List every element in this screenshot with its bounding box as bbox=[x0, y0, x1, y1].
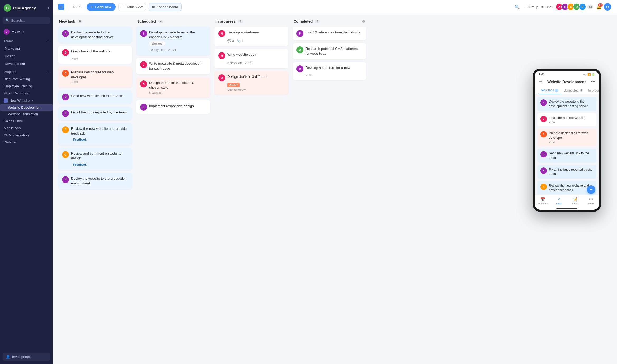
mobile-card-title: Send new website link to the team bbox=[549, 151, 593, 160]
sidebar-logo[interactable]: G GIM Agency ▾ bbox=[0, 0, 53, 16]
logo-icon: G bbox=[4, 4, 11, 12]
tasks-icon[interactable] bbox=[58, 4, 64, 10]
mobile-card-5[interactable]: E Fix all the bugs reported by the team bbox=[537, 165, 596, 179]
card-progress: ✓ 4/4 bbox=[296, 73, 362, 77]
mobile-card-3[interactable]: C Prepare design files for web developer… bbox=[537, 128, 596, 146]
card-review-feedback[interactable]: F Review the new website and provide fee… bbox=[58, 123, 132, 145]
avatar-5: E bbox=[579, 3, 586, 11]
card-responsive[interactable]: L Implement responsive design bbox=[136, 100, 210, 114]
sidebar-item-mobile-app[interactable]: Mobile App bbox=[0, 124, 53, 132]
sidebar-item-blog-post[interactable]: Blog Post Writing bbox=[0, 75, 53, 83]
card-research-cms[interactable]: Q Research potential CMS platforms for w… bbox=[293, 43, 366, 59]
sidebar-item-sales-funnel[interactable]: Sales Funnel bbox=[0, 117, 53, 124]
card-meta-desc[interactable]: J Write meta title & meta description fo… bbox=[136, 58, 210, 74]
battery-icon: 🔋 bbox=[592, 73, 595, 76]
mobile-status-icons: ▪▪▪ 📶 🔋 bbox=[583, 73, 595, 76]
filter-button[interactable]: ≡ Filter bbox=[541, 5, 552, 9]
due-date: Due tomorrow bbox=[218, 88, 284, 91]
card-find-references[interactable]: P Find 10 references from the industry bbox=[293, 27, 366, 40]
card-review-comment[interactable]: G Review and comment on website design F… bbox=[58, 148, 132, 170]
mobile-nav-tasks[interactable]: ✓ Tasks bbox=[551, 197, 567, 205]
mobile-nav-notes[interactable]: 📝 Notes bbox=[567, 197, 583, 205]
invite-icon: 👤 bbox=[6, 355, 10, 359]
mobile-card-2[interactable]: B Final check of the website ✓ 0/7 bbox=[537, 113, 596, 127]
sidebar-item-new-website[interactable]: New Website ▾ bbox=[0, 97, 53, 104]
mobile-more-icon[interactable]: ••• bbox=[591, 79, 595, 84]
card-develop-structure[interactable]: R Develop a structure for a new ✓ 4/4 bbox=[293, 62, 366, 80]
card-send-link[interactable]: D Send new website link to the team bbox=[58, 90, 132, 104]
mobile-menu-icon[interactable]: ☰ bbox=[538, 79, 542, 84]
more-icon: ••• bbox=[589, 197, 593, 202]
sidebar-item-website-translation[interactable]: Website Translation bbox=[0, 111, 53, 117]
teams-add-icon[interactable]: + bbox=[47, 39, 49, 44]
card-develop-cms[interactable]: I Develop the website using the chosen C… bbox=[136, 27, 210, 55]
sidebar-item-design[interactable]: Design bbox=[1, 52, 52, 60]
card-website-copy[interactable]: N Write website copy 3 days left ✓ 1/3 bbox=[214, 49, 288, 68]
sidebar-item-video-recording[interactable]: Video Recording bbox=[0, 90, 53, 97]
mobile-nav-more[interactable]: ••• More bbox=[583, 197, 599, 205]
mobile-fab-button[interactable]: + bbox=[587, 185, 595, 194]
mobile-card-1[interactable]: A Deploy the website to the development … bbox=[537, 97, 596, 111]
mobile-card-4[interactable]: D Send new website link to the team bbox=[537, 149, 596, 163]
mobile-cards-list: A Deploy the website to the development … bbox=[535, 94, 599, 194]
sidebar-item-webinar[interactable]: Webinar bbox=[0, 139, 53, 146]
mobile-preview: 9:41 ▪▪▪ 📶 🔋 ☰ Website Development ••• N… bbox=[533, 69, 601, 212]
mobile-tab-new-task[interactable]: New task 8 bbox=[538, 87, 561, 94]
group-button[interactable]: ⊞ Group bbox=[525, 5, 538, 9]
add-new-button[interactable]: + + Add new bbox=[87, 3, 116, 11]
projects-add-icon[interactable]: + bbox=[47, 70, 49, 74]
search-button[interactable]: 🔍 bbox=[513, 3, 521, 11]
card-deploy-dev[interactable]: A Deploy the website to the development … bbox=[58, 27, 132, 43]
sidebar-item-development[interactable]: Development bbox=[1, 60, 52, 68]
my-work-avatar: U bbox=[4, 29, 10, 35]
teams-section-header: Teams + bbox=[0, 37, 53, 45]
card-header: B Final check of the website bbox=[62, 49, 128, 56]
search-input[interactable]: 🔍 Search... bbox=[3, 17, 50, 24]
card-prepare-design[interactable]: C Prepare design files for web developer… bbox=[58, 66, 132, 87]
card-title: Deploy the website to the development ho… bbox=[71, 30, 128, 40]
notification-button[interactable]: 🔔 27 bbox=[596, 4, 602, 9]
card-deploy-prod[interactable]: H Deploy the website to the production e… bbox=[58, 173, 132, 189]
feedback-tag: Feedback bbox=[71, 137, 89, 142]
kanban-board-label: Kanban board bbox=[157, 5, 178, 9]
sidebar-item-crm[interactable]: CRM Integration bbox=[0, 132, 53, 139]
user-avatar[interactable]: U bbox=[603, 3, 612, 11]
card-avatar: K bbox=[140, 80, 147, 87]
card-design-website[interactable]: K Design the entire website in a chosen … bbox=[136, 77, 210, 98]
card-header: C Prepare design files for web developer bbox=[62, 70, 128, 79]
sidebar-item-my-work[interactable]: U My work bbox=[0, 27, 53, 37]
card-header: A Deploy the website to the development … bbox=[62, 30, 128, 40]
card-avatar: B bbox=[62, 49, 69, 56]
sidebar: G GIM Agency ▾ 🔍 Search... U My work Tea… bbox=[0, 0, 53, 364]
add-new-label: + Add new bbox=[94, 5, 111, 9]
progress: ✓ 0/4 bbox=[168, 48, 176, 52]
sidebar-item-marketing[interactable]: Marketing bbox=[1, 45, 52, 52]
tab-count: 8 bbox=[555, 89, 558, 92]
group-label: Group bbox=[529, 5, 538, 9]
mobile-tab-scheduled[interactable]: Scheduled 4 bbox=[561, 87, 586, 94]
card-final-check[interactable]: B Final check of the website ✓ 0/7 bbox=[58, 46, 132, 64]
sidebar-item-employee-training[interactable]: Employee Training bbox=[0, 83, 53, 90]
blocked-tag: blocked bbox=[149, 41, 165, 46]
kanban-board-button[interactable]: ⊞ Kanban board bbox=[149, 3, 182, 11]
invite-label: Invite people bbox=[12, 355, 32, 359]
table-view-button[interactable]: ☰ Table view bbox=[118, 3, 146, 11]
schedule-label: Schedule bbox=[538, 202, 548, 205]
sidebar-item-website-development[interactable]: Website Development bbox=[0, 104, 53, 111]
column-header-new-task: New task 8 bbox=[58, 19, 132, 23]
card-design-drafts[interactable]: O Design drafts in 3 different ASAP Due … bbox=[214, 71, 288, 95]
notes-label: Notes bbox=[572, 202, 578, 205]
card-wireframe[interactable]: M Develop a wireframe 💬 3 📎 1 bbox=[214, 27, 288, 46]
mobile-tab-in-progress[interactable]: In progress 3 bbox=[586, 87, 601, 94]
mobile-nav-schedule[interactable]: 📅 Schedule bbox=[535, 197, 551, 205]
left-icon-nav bbox=[58, 4, 68, 10]
card-title: Send new website link to the team bbox=[71, 94, 123, 98]
card-header: D Send new website link to the team bbox=[62, 94, 128, 100]
card-avatar: Q bbox=[296, 46, 303, 53]
mobile-time: 9:41 bbox=[539, 73, 545, 76]
card-header: H Deploy the website to the production e… bbox=[62, 176, 128, 186]
column-settings-icon[interactable]: ⚙ bbox=[362, 19, 365, 23]
invite-people-button[interactable]: 👤 Invite people bbox=[3, 353, 50, 361]
card-avatar: G bbox=[62, 151, 69, 158]
card-fix-bugs[interactable]: E Fix all the bugs reported by the team bbox=[58, 107, 132, 120]
